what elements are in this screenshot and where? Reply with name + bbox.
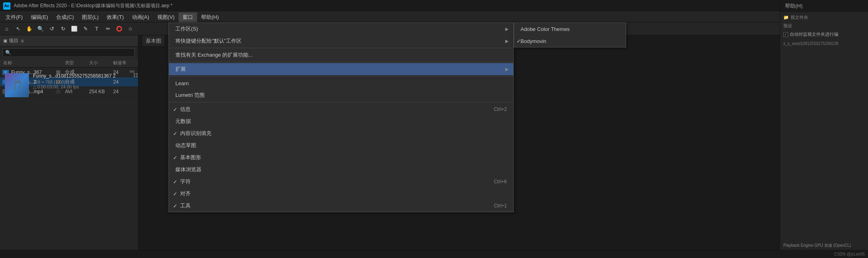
content-aware-check-icon: ✓ <box>173 131 177 137</box>
menu-edit[interactable]: 编辑(E) <box>27 12 52 22</box>
project-menu-icon[interactable]: ≡ <box>21 38 24 44</box>
menu-item-info-label: 信息 <box>180 106 191 113</box>
title-bar: Ac Adobe After Effects 2020 - E:\Desktop… <box>0 0 868 12</box>
menu-item-extensions-label: 扩展 <box>175 66 186 73</box>
menu-item-motion-sketch[interactable]: 动态草图 <box>169 139 513 152</box>
submenu-item-bodymovin[interactable]: ✓ Bodymovin <box>514 35 626 47</box>
menu-item-content-aware-label: 内容识别填充 <box>180 130 211 137</box>
link-icon[interactable] <box>133 72 138 79</box>
search-icon: 🔍 <box>5 50 11 55</box>
status-right-text: CSDN @jcLee95 <box>834 252 865 256</box>
search-box[interactable]: 🔍 <box>2 48 135 57</box>
menu-item-essential-graphics-label: 基本图形 <box>180 154 201 161</box>
tools-shortcut: Ctrl+1 <box>494 203 507 209</box>
star-tool[interactable]: ☆ <box>125 24 136 34</box>
checkbox-label: 自动对监视文件夹进行编 <box>790 31 838 37</box>
brush-tool[interactable]: ✏ <box>103 24 113 34</box>
divider-2 <box>169 62 513 62</box>
extensions-submenu: Adobe Color Themes ✓ Bodymovin <box>514 23 626 47</box>
menu-animation[interactable]: 动画(A) <box>128 12 153 22</box>
right-panel-menu-bar: 帮助(H) <box>780 0 868 12</box>
seed-text: s_s_seed10812555275258136 <box>783 41 865 46</box>
menu-item-tools[interactable]: ✓ 工具 Ctrl+1 <box>169 200 513 212</box>
info-check-icon: ✓ <box>173 106 177 113</box>
svg-rect-1 <box>136 73 138 75</box>
menu-item-essential-graphics[interactable]: ✓ 基本图形 <box>169 152 513 164</box>
menu-help[interactable]: 帮助(H) <box>197 12 223 22</box>
menu-item-character[interactable]: ✓ 字符 Ctrl+6 <box>169 176 513 188</box>
assign-shortcut-arrow-icon: ▶ <box>505 39 508 44</box>
tools-check-icon: ✓ <box>173 203 177 209</box>
menu-item-content-aware[interactable]: ✓ 内容识别填充 <box>169 127 513 139</box>
menu-item-exchange-label: 查找有关 Exchange 的扩展功能... <box>175 51 253 59</box>
file-preview-area: 🎵 Funny_s...d10812555275258581367 2 768 … <box>2 71 141 131</box>
project-panel-label: 项目 <box>9 37 18 44</box>
menu-item-workspace[interactable]: 工作区(S) ▶ <box>169 23 513 35</box>
submenu-item-adobe-color[interactable]: Adobe Color Themes <box>514 23 626 35</box>
menu-layer[interactable]: 图层(L) <box>78 12 103 22</box>
select-tool[interactable]: ↖ <box>13 24 23 34</box>
bodymovin-check-icon: ✓ <box>516 38 521 44</box>
folder-link[interactable]: 📁 视文件夹 <box>783 14 808 20</box>
workspace-arrow-icon: ▶ <box>505 27 508 32</box>
right-panel-help-label[interactable]: 帮助(H) <box>785 2 803 10</box>
project-panel: ▣ 项目 ≡ 🎵 Funny_s...d10812555275258581367… <box>0 35 138 258</box>
right-panel-body: 📁 视文件夹 预设 自动对监视文件夹进行编 s_s_seed1081255527… <box>780 12 868 48</box>
extensions-arrow-icon: ▶ <box>505 67 508 72</box>
col-header-fps: 帧速率 <box>113 60 129 66</box>
file-thumbnail: 🎵 <box>5 73 29 97</box>
file-dimensions: 768 × 768 (1.00) <box>33 80 138 84</box>
menu-item-info[interactable]: ✓ 信息 Ctrl+2 <box>169 103 513 115</box>
divider-3 <box>169 76 513 76</box>
menu-item-assign-shortcut-label: 将快捷键分配给"默认"工作区 <box>175 37 242 45</box>
search-input[interactable] <box>13 50 132 55</box>
menu-window[interactable]: 窗口 <box>179 12 197 22</box>
menu-composition[interactable]: 合成(C) <box>52 12 78 22</box>
redo-tool[interactable]: ↻ <box>58 24 68 34</box>
menu-item-workspace-label: 工作区(S) <box>175 25 198 33</box>
align-check-icon: ✓ <box>173 191 177 197</box>
menu-item-lumetri-label: Lumetri 范围 <box>175 92 205 99</box>
menu-item-align[interactable]: ✓ 对齐 <box>169 188 513 200</box>
hand-tool[interactable]: ✋ <box>24 24 35 34</box>
menu-item-lumetri[interactable]: Lumetri 范围 <box>169 89 513 101</box>
ellipse-tool[interactable]: ⭕ <box>114 24 124 34</box>
undo-tool[interactable]: ↺ <box>47 24 57 34</box>
pen-tool[interactable]: ✎ <box>80 24 91 34</box>
file-info: Funny_s...d10812555275258581367 2 768 × … <box>33 73 138 90</box>
character-check-icon: ✓ <box>173 179 177 185</box>
playback-engine-label: Playback Engine GPU 加速 (OpenCL) <box>783 243 865 248</box>
window-dropdown-menu: 工作区(S) ▶ 将快捷键分配给"默认"工作区 ▶ 查找有关 Exchange … <box>169 23 514 212</box>
text-tool[interactable]: T <box>91 24 102 34</box>
home-tool[interactable]: ⌂ <box>2 24 12 34</box>
menu-item-metadata[interactable]: 元数据 <box>169 115 513 127</box>
menu-item-extensions[interactable]: 扩展 ▶ <box>169 63 513 75</box>
preset-label: 预设 <box>783 23 865 29</box>
col-header-size: 大小 <box>89 60 113 66</box>
divider-1 <box>169 48 513 48</box>
menu-file[interactable]: 文件(F) <box>2 12 27 22</box>
checkbox-row-auto-monitor: 自动对监视文件夹进行编 <box>783 31 865 38</box>
basic-shape-panel-label: 基本图 <box>142 35 165 47</box>
menu-item-assign-shortcut[interactable]: 将快捷键分配给"默认"工作区 ▶ <box>169 35 513 47</box>
project-icon: ▣ <box>3 38 7 43</box>
menu-item-media-browser[interactable]: 媒体浏览器 <box>169 164 513 176</box>
menu-item-metadata-label: 元数据 <box>175 118 191 125</box>
right-panel: 帮助(H) 📁 视文件夹 预设 自动对监视文件夹进行编 s_s_seed1081… <box>780 0 868 258</box>
menu-item-exchange[interactable]: 查找有关 Exchange 的扩展功能... <box>169 49 513 61</box>
rect-tool[interactable]: ⬜ <box>69 24 79 34</box>
menu-item-learn[interactable]: Learn <box>169 77 513 89</box>
app-logo: Ac <box>3 2 10 10</box>
submenu-item-adobe-color-label: Adobe Color Themes <box>520 26 570 32</box>
file-duration: △ 0:00:03:00, 24.00 fps <box>33 84 138 90</box>
playback-engine-status: Playback Engine GPU 加速 (OpenCL) <box>783 243 865 248</box>
menu-effect[interactable]: 效果(T) <box>103 12 128 22</box>
menu-view[interactable]: 视图(V) <box>153 12 179 22</box>
svg-rect-2 <box>134 76 135 77</box>
menu-item-motion-sketch-label: 动态草图 <box>175 142 196 149</box>
file-name: Funny_s...d10812555275258581367 2 <box>33 73 138 79</box>
menu-item-media-browser-label: 媒体浏览器 <box>175 166 201 173</box>
auto-monitor-checkbox[interactable] <box>783 32 788 37</box>
zoom-tool[interactable]: 🔍 <box>35 24 46 34</box>
col-header-type: 类型 <box>65 60 89 66</box>
